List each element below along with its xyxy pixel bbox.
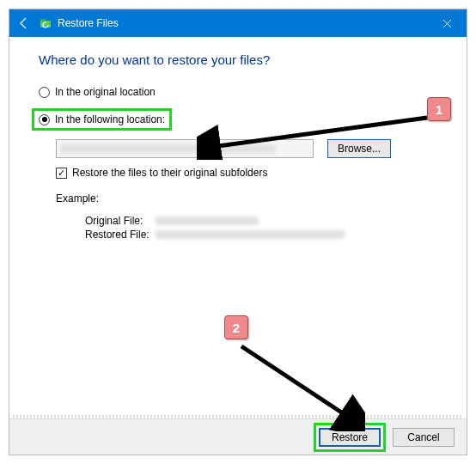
annotation-badge-1: 1 bbox=[427, 97, 451, 121]
example-restored-value bbox=[156, 229, 327, 240]
dialog-window: Restore Files Where do you want to resto… bbox=[9, 9, 467, 455]
page-heading: Where do you want to restore your files? bbox=[39, 52, 437, 67]
location-path-input[interactable] bbox=[56, 139, 314, 158]
browse-button[interactable]: Browse... bbox=[327, 139, 391, 158]
example-grid: Original File: Restored File: bbox=[85, 215, 437, 241]
close-icon bbox=[442, 19, 452, 28]
svg-rect-0 bbox=[40, 21, 51, 27]
cancel-label: Cancel bbox=[407, 431, 439, 443]
title-bar: Restore Files bbox=[9, 9, 467, 37]
radio-label: In the following location: bbox=[55, 113, 165, 125]
highlight-restore-button: Restore bbox=[314, 423, 386, 452]
restore-subfolders-checkbox[interactable]: ✓ Restore the files to their original su… bbox=[56, 167, 437, 179]
footer-separator bbox=[13, 415, 463, 418]
example-original-value bbox=[156, 216, 327, 226]
arrow-left-icon bbox=[17, 16, 31, 30]
example-title: Example: bbox=[56, 192, 437, 205]
radio-icon bbox=[39, 87, 50, 98]
restore-button[interactable]: Restore bbox=[319, 428, 381, 447]
cancel-button[interactable]: Cancel bbox=[393, 428, 455, 447]
radio-original-location[interactable]: In the original location bbox=[39, 86, 437, 98]
restore-label: Restore bbox=[332, 431, 368, 443]
radio-icon bbox=[39, 114, 50, 125]
example-restored-label: Restored File: bbox=[85, 229, 156, 241]
path-row: Browse... bbox=[56, 139, 437, 158]
content-area: Where do you want to restore your files?… bbox=[9, 37, 467, 418]
restore-files-icon bbox=[39, 16, 52, 30]
example-original-label: Original File: bbox=[85, 215, 156, 227]
annotation-badge-2: 2 bbox=[224, 315, 248, 339]
highlight-following-location: In the following location: bbox=[32, 108, 172, 131]
svg-rect-1 bbox=[40, 19, 46, 21]
back-button[interactable] bbox=[9, 9, 39, 37]
radio-label: In the original location bbox=[55, 86, 156, 98]
dialog-footer: Restore Cancel bbox=[9, 418, 467, 455]
checkbox-icon: ✓ bbox=[56, 168, 67, 179]
window-title: Restore Files bbox=[58, 17, 119, 29]
radio-following-location[interactable]: In the following location: bbox=[39, 113, 165, 125]
close-button[interactable] bbox=[428, 9, 467, 37]
browse-label: Browse... bbox=[338, 143, 381, 155]
checkbox-label: Restore the files to their original subf… bbox=[72, 167, 267, 179]
